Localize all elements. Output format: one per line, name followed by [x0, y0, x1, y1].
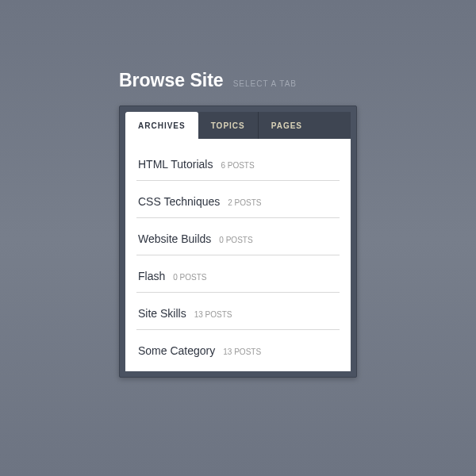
- list-item[interactable]: Website Builds 0 POSTS: [136, 218, 340, 255]
- list-item-title: Site Skills: [138, 307, 186, 320]
- tab-label: PAGES: [271, 121, 302, 130]
- list-item-title: Some Category: [138, 344, 215, 357]
- archives-list: HTML Tutorials 6 POSTS CSS Techniques 2 …: [136, 144, 340, 360]
- widget-title: Browse Site: [119, 70, 224, 91]
- list-item-meta: 13 POSTS: [223, 347, 261, 356]
- list-item-meta: 6 POSTS: [221, 161, 254, 170]
- widget-subtitle: SELECT A TAB: [233, 79, 297, 88]
- list-item-meta: 2 POSTS: [228, 198, 261, 207]
- tab-topics[interactable]: TOPICS: [198, 112, 259, 139]
- tab-bar: ARCHIVES TOPICS PAGES: [125, 112, 351, 139]
- browse-widget: ARCHIVES TOPICS PAGES HTML Tutorials 6 P…: [119, 106, 357, 378]
- tab-panel-archives: HTML Tutorials 6 POSTS CSS Techniques 2 …: [125, 139, 351, 371]
- list-item-title: HTML Tutorials: [138, 158, 213, 171]
- list-item-title: Flash: [138, 270, 165, 282]
- tab-pages[interactable]: PAGES: [259, 112, 315, 139]
- list-item-meta: 0 POSTS: [173, 273, 206, 282]
- list-item-meta: 0 POSTS: [219, 236, 252, 244]
- widget-header: Browse Site SELECT A TAB: [119, 70, 357, 91]
- list-item[interactable]: Some Category 13 POSTS: [136, 330, 340, 360]
- list-item[interactable]: Site Skills 13 POSTS: [136, 293, 340, 330]
- tab-archives[interactable]: ARCHIVES: [125, 112, 198, 139]
- list-item[interactable]: HTML Tutorials 6 POSTS: [136, 144, 340, 181]
- list-item-meta: 13 POSTS: [194, 310, 232, 319]
- list-item-title: CSS Techniques: [138, 195, 220, 208]
- list-item[interactable]: CSS Techniques 2 POSTS: [136, 181, 340, 218]
- list-item-title: Website Builds: [138, 232, 211, 245]
- tab-label: ARCHIVES: [138, 121, 186, 130]
- list-item[interactable]: Flash 0 POSTS: [136, 255, 340, 293]
- tab-label: TOPICS: [211, 121, 245, 130]
